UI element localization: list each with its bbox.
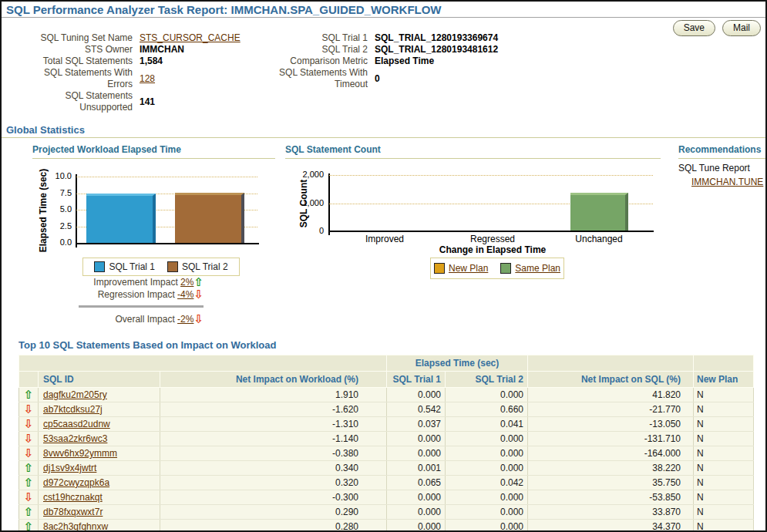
overall-impact-line: Overall Impact -2%⇩	[71, 313, 204, 325]
bar-unchanged-same-plan	[570, 193, 628, 231]
sql-id-cell: 8vwv6hx92ymmm	[39, 446, 160, 461]
net-sql-cell: 33.870	[528, 505, 694, 520]
col-trend	[19, 372, 39, 388]
net-workload-cell: 0.290	[160, 505, 387, 520]
col-sql-id: SQL ID	[39, 372, 160, 388]
count-chart-x-axis	[328, 231, 654, 232]
field-value-left-4: 141	[140, 96, 241, 108]
field-label-left-2: Total SQL Statements	[17, 56, 133, 67]
net-sql-cell: 38.220	[528, 461, 694, 476]
trend-cell: ⇩	[19, 432, 39, 446]
net-sql-cell: -164.000	[528, 446, 694, 461]
workload-chart-title: Projected Workload Elapsed Time	[32, 144, 275, 159]
count-chart-title: SQL Statement Count	[285, 144, 661, 159]
table-row: ⇧8ac2h3qfghnxw0.2800.0000.00034.370N	[19, 520, 754, 532]
impact-line-1-label: Regression Impact	[98, 289, 177, 300]
table-row: ⇧db78fxqxwxt7r0.2900.0000.00033.870N	[19, 505, 754, 520]
legend-swatch-new-plan	[434, 263, 445, 274]
category-label-unchanged: Unchanged	[553, 234, 645, 244]
category-label-improved: Improved	[338, 234, 431, 244]
trial1-cell: 0.000	[387, 388, 446, 402]
trial2-cell: 0.000	[446, 388, 528, 402]
trial1-cell: 0.000	[387, 432, 446, 446]
legend-label: SQL Trial 2	[182, 261, 228, 272]
sql-id-link[interactable]: d972cwyzqpk6a	[43, 477, 109, 488]
legend-swatch-sql-trial-2	[167, 261, 178, 272]
field-value-right-1: SQL_TRIAL_1280193481612	[375, 44, 498, 56]
net-workload-cell: 1.910	[160, 388, 387, 402]
y-tick-label: 7.5	[29, 188, 72, 197]
global-statistics-header: Global Statistics	[6, 124, 85, 136]
y-tick-label: 1,000	[281, 198, 324, 207]
down-arrow-icon: ⇩	[24, 417, 34, 431]
trial1-cell: 0.000	[387, 520, 446, 532]
recommendations-title: Recommendations	[678, 144, 767, 159]
field-link-left-3[interactable]: 128	[140, 73, 155, 84]
new-plan-cell: N	[694, 417, 754, 432]
table-row: ⇩8vwv6hx92ymmm-0.3800.0000.000-164.000N	[19, 446, 754, 461]
field-link-left-0[interactable]: STS_CURSOR_CACHE	[140, 32, 241, 43]
trial1-cell: 0.001	[387, 461, 446, 476]
net-sql-cell: 35.750	[528, 476, 694, 490]
down-arrow-icon: ⇩	[193, 312, 204, 326]
y-tick-label: 0	[281, 226, 324, 235]
count-chart-plot	[329, 175, 653, 231]
col-net-impact-workload: Net Impact on Workload (%)	[160, 372, 387, 388]
sql-id-link[interactable]: cp5caasd2udnw	[43, 419, 110, 429]
global-statistics-divider	[2, 137, 765, 138]
impact-line-1-value-link[interactable]: -4%	[177, 289, 193, 300]
sql-id-link[interactable]: cst19hcznakqt	[43, 492, 103, 503]
net-workload-cell: 0.320	[160, 476, 387, 490]
net-sql-cell: -53.850	[528, 490, 694, 505]
net-sql-cell: 41.820	[528, 388, 694, 402]
trial2-cell: 0.042	[446, 476, 528, 490]
toolbar: Save Mail	[673, 20, 761, 36]
trial1-cell: 0.542	[387, 402, 446, 417]
trend-cell: ⇧	[19, 476, 39, 490]
overall-impact-value-link[interactable]: -2%	[177, 314, 193, 325]
page-title: SQL Performance Analyzer Task Report: IM…	[6, 3, 442, 16]
top-sql-table: Elapsed Time (sec) SQL ID Net Impact on …	[19, 355, 754, 532]
new-plan-cell: N	[694, 461, 754, 476]
down-arrow-icon: ⇩	[24, 490, 34, 504]
y-tick-label: 2.5	[29, 221, 72, 231]
up-arrow-icon: ⇧	[24, 476, 34, 490]
trial-legend: SQL Trial 1SQL Trial 2	[82, 258, 240, 276]
trial2-cell: 0.000	[446, 461, 528, 476]
trend-cell: ⇩	[19, 446, 39, 461]
trial1-cell: 0.037	[387, 417, 446, 432]
workload-chart-x-axis	[76, 243, 259, 244]
new-plan-cell: N	[694, 402, 754, 417]
workload-chart-plot	[76, 177, 257, 243]
plan-legend-item-0: New Plan	[434, 263, 488, 274]
trend-cell: ⇧	[19, 505, 39, 520]
sql-id-link[interactable]: dagfku2m205ry	[43, 389, 107, 400]
bar-sql-trial-1	[86, 194, 156, 243]
new-plan-legend-link[interactable]: New Plan	[449, 263, 488, 274]
field-label-right-3: SQL Statements With Timeout	[267, 67, 368, 90]
sql-id-link[interactable]: 8vwv6hx92ymmm	[43, 448, 117, 459]
new-plan-cell: N	[694, 490, 754, 505]
header-spacer-left	[19, 355, 387, 372]
col-new-plan: New Plan	[694, 372, 754, 388]
sql-id-link[interactable]: 53saa2zkr6wc3	[43, 433, 107, 444]
tune-report-link[interactable]: IMMCHAN.TUNE	[691, 177, 767, 187]
sql-id-link[interactable]: 8ac2h3qfghnxw	[43, 521, 108, 532]
save-button[interactable]: Save	[673, 20, 715, 36]
sql-id-link[interactable]: db78fxqxwxt7r	[43, 507, 103, 517]
new-plan-cell: N	[694, 388, 754, 402]
field-value-right-2: Elapsed Time	[375, 56, 498, 67]
net-workload-cell: -1.310	[160, 417, 387, 432]
sql-id-link[interactable]: ab7ktcdksu27j	[43, 404, 103, 415]
top-sql-table-title: Top 10 SQL Statements Based on Impact on…	[19, 339, 276, 351]
impact-line-0-value-link[interactable]: 2%	[180, 277, 193, 288]
overall-impact: Overall Impact -2%⇩	[71, 313, 204, 325]
mail-button[interactable]: Mail	[722, 20, 761, 36]
new-plan-cell: N	[694, 520, 754, 532]
new-plan-cell: N	[694, 476, 754, 490]
legend-item-1: SQL Trial 2	[167, 261, 228, 272]
same-plan-legend-link[interactable]: Same Plan	[515, 263, 560, 274]
sql-id-link[interactable]: dj1sv9x4jwtrt	[43, 463, 96, 473]
table-row: ⇧dagfku2m205ry1.9100.0000.00041.820N	[19, 388, 754, 402]
sql-id-cell: dagfku2m205ry	[39, 388, 160, 402]
